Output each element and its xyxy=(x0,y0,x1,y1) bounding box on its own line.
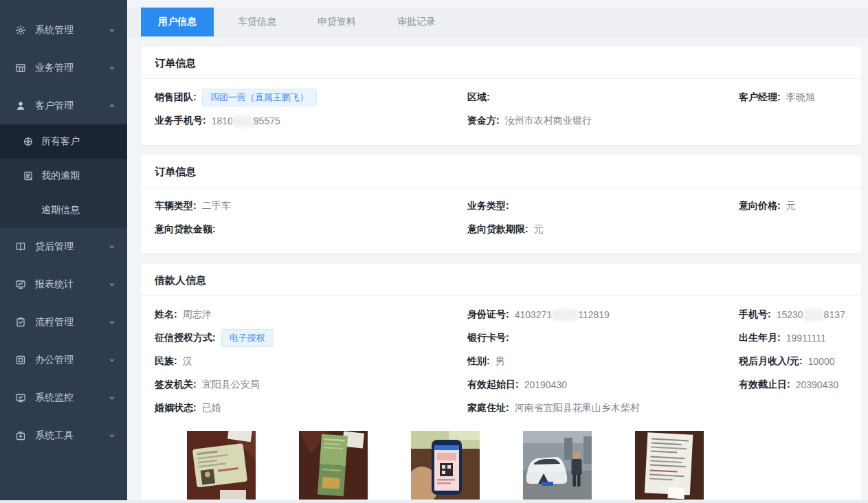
field-valid-to: 有效截止日: 20390430 xyxy=(739,373,847,396)
chevron-down-icon xyxy=(108,280,116,289)
monitor-check-icon xyxy=(15,392,26,403)
chevron-down-icon xyxy=(108,356,116,364)
person-car-photo-image xyxy=(523,431,592,500)
content-scroll-area[interactable]: 订单信息 销售团队: 四团一营（直属王鹏飞） 区域: 客户经理: 李晓旭 业务手… xyxy=(127,37,868,503)
field-value: 汝州市农村商业银行 xyxy=(505,115,592,127)
sidebar-item-system-management[interactable]: 系统管理 xyxy=(0,11,127,49)
field-label: 销售团队: xyxy=(155,91,197,104)
field-label: 业务类型: xyxy=(467,200,509,212)
tab-car-loan-info[interactable]: 车贷信息 xyxy=(221,8,293,36)
clipboard-flow-icon xyxy=(15,317,26,328)
field-value: 河南省宜阳县花果山乡木柴村 xyxy=(515,402,640,414)
sidebar-item-all-customers[interactable]: 所有客户 xyxy=(0,124,127,159)
handwritten-doc-photo[interactable]: 其他材料 xyxy=(635,431,704,503)
field-value: 二手车 xyxy=(202,200,231,212)
field-label: 资金方: xyxy=(467,115,500,127)
field-value: 已婚 xyxy=(202,402,221,414)
photo-thumbnails-row: 本人照 xyxy=(155,420,847,503)
person-car-photo[interactable]: 人车合照 xyxy=(523,431,592,503)
chevron-up-icon xyxy=(108,102,116,110)
field-value: 20390430 xyxy=(796,379,838,390)
wheel-icon xyxy=(23,136,34,147)
field-label: 区域: xyxy=(467,91,490,104)
field-label: 姓名: xyxy=(155,309,177,321)
field-label: 签发机关: xyxy=(155,379,197,391)
field-valid-from: 有效起始日: 20190430 xyxy=(467,373,739,396)
sidebar-item-system-tools[interactable]: 系统工具 xyxy=(0,416,127,454)
field-mobile-phone: 手机号: 152308137 xyxy=(739,303,847,326)
field-ethnicity: 民族: 汉 xyxy=(155,350,467,373)
card-title: 订单信息 xyxy=(141,155,861,188)
sidebar: 系统管理 业务管理 客户管理 所有客户 我的逾期 逾期信息 贷后管理 报表统计 xyxy=(0,0,127,503)
bottom-edge-strip xyxy=(0,500,868,503)
field-label: 身份证号: xyxy=(467,309,509,321)
sales-team-tag[interactable]: 四团一营（直属王鹏飞） xyxy=(202,89,317,107)
chevron-down-icon xyxy=(108,243,116,251)
field-gender: 性别: 男 xyxy=(467,350,739,373)
field-intent-loan-term: 意向贷款期限: 元 xyxy=(467,218,739,241)
sidebar-item-label: 流程管理 xyxy=(35,316,99,328)
sidebar-item-label: 报表统计 xyxy=(35,278,99,291)
field-value: 元 xyxy=(786,200,796,212)
sidebar-item-label: 系统监控 xyxy=(35,392,99,404)
sidebar-item-process-management[interactable]: 流程管理 xyxy=(0,303,127,341)
monitor-chart-icon xyxy=(15,279,26,290)
field-value: 20190430 xyxy=(524,379,567,390)
sidebar-item-label: 系统工具 xyxy=(35,429,99,442)
document-pen-icon xyxy=(23,170,34,181)
card-title: 订单信息 xyxy=(141,47,861,79)
field-value: 152308137 xyxy=(777,309,845,320)
tab-approval-records[interactable]: 审批记录 xyxy=(380,8,453,36)
driver-license-photo-image xyxy=(299,431,368,500)
field-label: 客户经理: xyxy=(739,91,781,104)
field-vehicle-type: 车辆类型: 二手车 xyxy=(155,194,467,218)
sidebar-item-system-monitor[interactable]: 系统监控 xyxy=(0,379,127,416)
sidebar-item-customer-management[interactable]: 客户管理 xyxy=(0,87,127,124)
field-intent-loan-amount: 意向贷款金额: xyxy=(155,218,467,241)
field-value: 19911111 xyxy=(786,333,826,344)
sidebar-item-postloan-management[interactable]: 贷后管理 xyxy=(0,227,127,265)
sidebar-item-label: 办公管理 xyxy=(35,354,99,366)
chevron-down-icon xyxy=(108,64,116,72)
driver-license-photo[interactable]: 驾驶证照片 xyxy=(299,431,368,503)
field-business-phone: 业务手机号: 181095575 xyxy=(155,109,467,133)
credit-auth-tag: 电子授权 xyxy=(221,329,274,347)
card-title: 借款人信息 xyxy=(141,264,861,296)
field-value: 男 xyxy=(496,355,505,368)
tab-user-info[interactable]: 用户信息 xyxy=(141,8,214,36)
phone-auth-photo-image xyxy=(411,431,480,500)
loan-intent-card: 订单信息 车辆类型: 二手车 业务类型: 意向价格: 元 意向贷款金额: xyxy=(141,155,861,254)
book-icon xyxy=(15,241,26,252)
sidebar-item-label: 业务管理 xyxy=(35,62,99,74)
field-account-manager: 客户经理: 李晓旭 xyxy=(739,86,847,109)
sidebar-item-report-statistics[interactable]: 报表统计 xyxy=(0,265,127,303)
field-value: 4103271112819 xyxy=(515,309,610,320)
field-birth-date: 出生年月: 19911111 xyxy=(739,326,847,350)
field-label: 有效起始日: xyxy=(467,379,519,391)
chevron-down-icon xyxy=(108,26,116,34)
sidebar-item-office-management[interactable]: 办公管理 xyxy=(0,341,127,379)
phone-auth-photo[interactable]: 征信截图 2 xyxy=(411,431,480,503)
field-marital-status: 婚姻状态: 已婚 xyxy=(155,396,467,420)
office-box-icon xyxy=(15,355,26,366)
customer-management-submenu: 所有客户 我的逾期 逾期信息 xyxy=(0,124,127,227)
sidebar-item-overdue-info[interactable]: 逾期信息 xyxy=(0,193,127,227)
sidebar-item-label: 系统管理 xyxy=(35,24,99,36)
main-area: 用户信息 车贷信息 申贷资料 审批记录 订单信息 销售团队: 四团一营（直属王鹏… xyxy=(127,0,868,503)
field-sales-team: 销售团队: 四团一营（直属王鹏飞） xyxy=(155,86,467,109)
field-label: 性别: xyxy=(467,355,490,368)
field-label: 车辆类型: xyxy=(155,200,197,212)
field-value: 宜阳县公安局 xyxy=(202,379,260,391)
id-card-photo[interactable]: 本人照 xyxy=(187,431,256,503)
field-business-type: 业务类型: xyxy=(467,194,739,218)
chevron-down-icon xyxy=(108,432,116,440)
id-card-photo-image xyxy=(187,431,256,500)
sidebar-item-my-overdue[interactable]: 我的逾期 xyxy=(0,159,127,193)
sidebar-item-business-management[interactable]: 业务管理 xyxy=(0,49,127,87)
field-id-number: 身份证号: 4103271112819 xyxy=(467,303,739,326)
tab-loan-application-docs[interactable]: 申贷资料 xyxy=(300,8,373,36)
handwritten-doc-photo-image xyxy=(635,431,704,500)
chevron-down-icon xyxy=(108,318,116,326)
field-label: 民族: xyxy=(155,355,177,368)
sidebar-item-label: 所有客户 xyxy=(41,135,80,148)
